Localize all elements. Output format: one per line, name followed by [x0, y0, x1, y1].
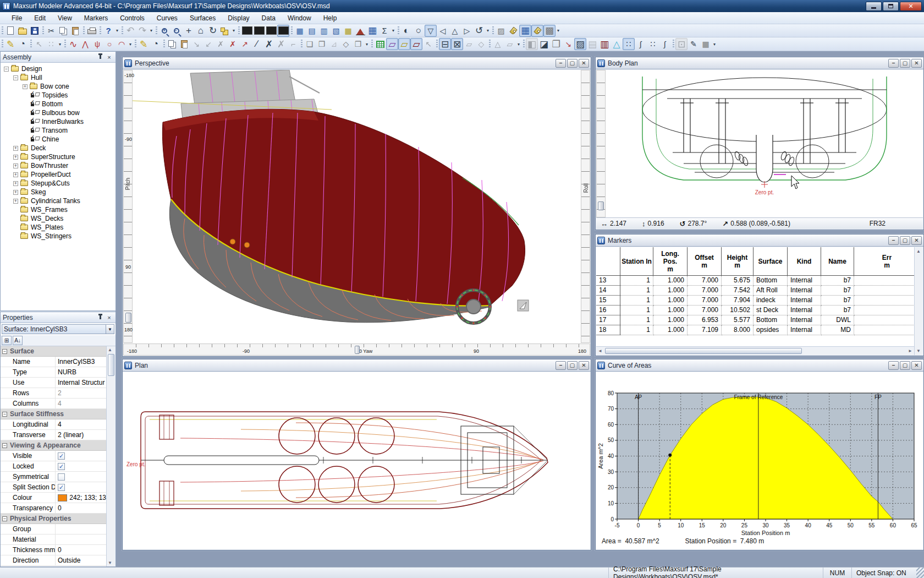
insert-row-button[interactable]: ↘ — [190, 38, 202, 50]
properties-scrollbar[interactable] — [106, 346, 116, 566]
chevron-down-icon[interactable]: ▼ — [106, 325, 114, 334]
pitch-ruler[interactable]: -180 -90 90 180 Pitch — [123, 70, 133, 343]
tree-item-innerbulwarks[interactable]: ✓InnerBulwarks — [1, 117, 116, 126]
print-button[interactable] — [86, 25, 98, 37]
markers-table-button[interactable]: ▦ — [294, 25, 306, 37]
table-cell[interactable]: indeck — [754, 296, 788, 306]
trim-surface-button[interactable]: ⊟ — [439, 38, 451, 50]
draw-pen-button[interactable]: ✎ — [138, 38, 150, 50]
tree-item-transom[interactable]: ✓Transom — [1, 126, 116, 135]
node-edit-button[interactable]: ⊡ — [675, 38, 688, 50]
perspective-close-button[interactable]: ✕ — [579, 59, 589, 68]
plan-window-button[interactable] — [253, 25, 265, 37]
row-header-cell[interactable]: 17 — [596, 315, 620, 325]
expand-toggle-icon[interactable]: + — [13, 163, 18, 168]
assembly-window-button[interactable] — [219, 25, 231, 37]
expand-toggle-icon[interactable]: + — [13, 190, 18, 195]
table-cell[interactable]: Internal — [788, 306, 821, 315]
bodyplan-close-button[interactable]: ✕ — [911, 59, 922, 68]
tree-item-design[interactable]: −Design — [1, 64, 116, 73]
tree-item-hull[interactable]: −Hull — [1, 73, 116, 82]
collapse-toggle-icon[interactable]: − — [2, 516, 7, 521]
tree-item-bottom[interactable]: ✓Bottom — [1, 100, 116, 108]
areas-graph-button[interactable] — [354, 25, 366, 37]
tag-grid-button[interactable] — [531, 25, 543, 37]
categorized-view-button[interactable]: ⊞ — [2, 336, 12, 345]
dropdown-arrow-icon[interactable]: ▾ — [57, 38, 63, 50]
dropdown-arrow-icon[interactable]: ▾ — [556, 25, 561, 37]
dropdown-arrow-icon[interactable]: ▾ — [485, 25, 491, 37]
menu-view[interactable]: View — [52, 13, 78, 24]
new-file-button[interactable] — [4, 25, 16, 37]
perspective-titlebar[interactable]: Perspective – ▢ ✕ — [123, 57, 591, 69]
menu-display[interactable]: Display — [222, 13, 255, 24]
table-cell[interactable]: st Deck — [754, 306, 788, 315]
untrim-surface-button[interactable]: ⊠ — [451, 38, 463, 50]
tree-item-bulbous-bow[interactable]: ✓Bulbous bow — [1, 108, 116, 117]
table-cell[interactable]: 5.675 — [722, 276, 754, 286]
bodyplan-maximize-button[interactable]: ▢ — [900, 59, 910, 68]
curve-fit-2-button[interactable]: ∫ — [659, 38, 671, 50]
select-arrow-button[interactable]: ↖ — [33, 38, 45, 50]
property-value[interactable]: InnerCylSB3 — [56, 357, 106, 367]
tree-item-topsides[interactable]: ✓Topsides — [1, 91, 116, 100]
view-right-button[interactable]: ▷ — [461, 25, 473, 37]
menu-data[interactable]: Data — [256, 13, 282, 24]
table-cell[interactable]: 7.000 — [688, 296, 722, 306]
row-header-cell[interactable]: 16 — [596, 306, 620, 315]
menu-file[interactable]: File — [6, 13, 28, 24]
markers-column-surface[interactable]: Surface — [754, 247, 788, 276]
table-cell[interactable]: 1 — [620, 325, 653, 335]
add-edit-pen-button[interactable]: ✎ — [4, 38, 16, 50]
close-button[interactable]: ✕ — [900, 2, 922, 11]
areas-canvas[interactable]: APFrame of ReferenceFP-50510152025303540… — [596, 372, 923, 549]
table-cell[interactable]: b7 — [821, 296, 854, 306]
roll-ruler[interactable]: Roll — [581, 70, 590, 343]
areas-maximize-button[interactable]: ▢ — [900, 361, 910, 370]
table-cell[interactable]: DWL — [821, 315, 854, 325]
collapse-toggle-icon[interactable]: − — [2, 412, 7, 417]
markers-maximize-button[interactable]: ▢ — [900, 236, 910, 245]
perspective-ship-render[interactable] — [133, 70, 582, 344]
tree-item-chine[interactable]: ✓Chine — [1, 135, 116, 144]
table-cell[interactable]: b7 — [821, 286, 854, 296]
table-cell[interactable] — [854, 286, 920, 296]
table-cell[interactable]: 7.542 — [722, 286, 754, 296]
rotate-view-button[interactable]: ↻ — [207, 25, 219, 37]
row-header-cell[interactable]: 13 — [596, 276, 620, 286]
plan-maximize-button[interactable]: ▢ — [567, 361, 578, 370]
table-cell[interactable]: 1.000 — [653, 325, 688, 335]
collapse-toggle-icon[interactable]: − — [13, 75, 18, 80]
bodyplan-slider[interactable] — [598, 201, 604, 210]
flip-normals-button[interactable]: ❐ — [550, 38, 562, 50]
curves-table-button[interactable]: ▧ — [330, 25, 342, 37]
grid-display-button[interactable]: ▦ — [519, 25, 531, 37]
offsets-table-button[interactable]: ▥ — [318, 25, 330, 37]
table-cell[interactable]: Bottom — [754, 276, 788, 286]
mask-surface-button[interactable]: ◧ — [526, 38, 538, 50]
row-header-cell[interactable]: 18 — [596, 325, 620, 335]
collapse-toggle-icon[interactable]: − — [4, 67, 9, 72]
tree-item-ws-decks[interactable]: WS_Decks — [1, 214, 116, 223]
markers-minimize-button[interactable]: – — [888, 236, 899, 245]
property-value[interactable] — [56, 524, 106, 534]
unbind-net-button[interactable]: ∷ — [647, 38, 659, 50]
draw-trim-button[interactable]: ◔ — [150, 38, 162, 50]
markers-hscrollbar[interactable] — [596, 346, 914, 355]
tree-item-bow-cone[interactable]: +Bow cone — [1, 82, 116, 91]
markers-close-button[interactable]: ✕ — [911, 236, 922, 245]
markers-column-offsetm[interactable]: Offsetm — [688, 247, 722, 276]
trim-cross-button[interactable]: ✗ — [263, 38, 275, 50]
menu-surfaces[interactable]: Surfaces — [184, 13, 222, 24]
profile-window-button[interactable] — [265, 25, 277, 37]
menu-controls[interactable]: Controls — [114, 13, 151, 24]
markers-column-name[interactable]: Name — [821, 247, 854, 276]
zoom-in-button[interactable]: + — [158, 25, 170, 37]
compact-2-button[interactable]: ❐ — [316, 38, 328, 50]
bodyplan-minimize-button[interactable]: – — [888, 59, 899, 68]
pan-button[interactable]: + — [183, 25, 195, 37]
checkbox-checked[interactable]: ✓ — [58, 463, 65, 470]
snap-point-button[interactable]: ↘ — [562, 38, 574, 50]
table-cell[interactable]: Internal — [788, 315, 821, 325]
tree-item-deck[interactable]: +Deck — [1, 144, 116, 152]
